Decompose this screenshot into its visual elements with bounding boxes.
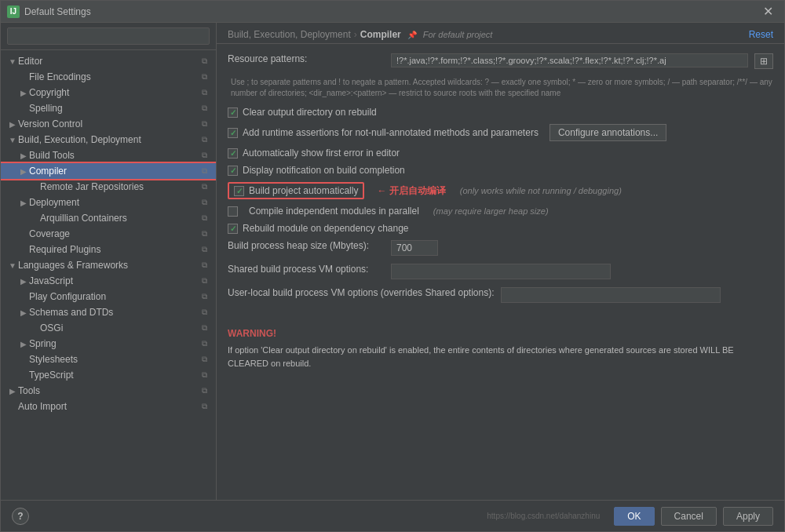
sidebar-item-spelling[interactable]: Spelling ⧉ (1, 100, 216, 116)
user-vm-input[interactable] (501, 287, 721, 303)
configure-annotations-button[interactable]: Configure annotations... (550, 124, 666, 141)
copy-icon: ⧉ (199, 275, 210, 286)
sidebar-item-label: Editor (18, 56, 195, 67)
sidebar-item-label: Build Tools (29, 150, 195, 161)
leaf-arrow (18, 370, 29, 381)
sidebar-item-build-execution-deployment[interactable]: Build, Execution, Deployment ⧉ (1, 132, 216, 148)
sidebar-item-tools[interactable]: Tools ⧉ (1, 383, 216, 399)
copy-icon: ⧉ (199, 354, 210, 365)
expand-arrow-lf (7, 260, 18, 271)
bottom-bar: ? https://blog.csdn.net/dahanzhinu OK Ca… (1, 500, 784, 531)
sidebar-item-remote-jar[interactable]: Remote Jar Repositories ⧉ (1, 179, 216, 195)
resource-patterns-input[interactable] (391, 53, 748, 67)
build-automatically-checkbox[interactable] (234, 186, 244, 196)
copy-icon: ⧉ (199, 213, 210, 224)
sidebar-item-auto-import[interactable]: Auto Import ⧉ (1, 399, 216, 414)
heap-size-input[interactable] (391, 240, 438, 256)
sidebar-item-label: Tools (18, 385, 195, 396)
help-button[interactable]: ? (12, 508, 29, 525)
expand-arrow-bt (18, 150, 29, 161)
bottom-right: https://blog.csdn.net/dahanzhinu OK Canc… (487, 507, 773, 526)
notification-build-checkbox[interactable] (228, 166, 238, 176)
reset-link[interactable]: Reset (749, 29, 773, 40)
sidebar-item-label: Version Control (18, 118, 195, 129)
sidebar-item-build-tools[interactable]: Build Tools ⧉ (1, 148, 216, 163)
copy-icon: ⧉ (199, 118, 210, 129)
shared-vm-input[interactable] (391, 264, 611, 279)
sidebar-item-required-plugins[interactable]: Required Plugins ⧉ (1, 242, 216, 257)
apply-button[interactable]: Apply (723, 507, 773, 526)
cancel-button[interactable]: Cancel (661, 507, 717, 526)
sidebar-item-play-configuration[interactable]: Play Configuration ⧉ (1, 289, 216, 304)
notification-build-row: Display notification on build completion (228, 165, 773, 176)
heap-size-label: Build process heap size (Mbytes): (228, 240, 385, 251)
rebuild-on-dependency-label: Rebuild module on dependency change (243, 223, 409, 234)
close-button[interactable]: ✕ (758, 4, 778, 20)
sidebar-item-label: Spelling (29, 103, 195, 114)
leaf-arrow (7, 401, 18, 412)
watermark-text: https://blog.csdn.net/dahanzhinu (487, 512, 600, 520)
show-first-error-checkbox[interactable] (228, 148, 238, 159)
copy-icon: ⧉ (199, 150, 210, 161)
leaf-arrow (18, 103, 29, 114)
warning-text: If option 'Clear output directory on reb… (228, 344, 773, 370)
sidebar-item-stylesheets[interactable]: Stylesheets ⧉ (1, 352, 216, 367)
breadcrumb-separator: › (354, 29, 357, 40)
sidebar: Editor ⧉ File Encodings ⧉ Copyright ⧉ Sp… (1, 23, 217, 500)
leaf-arrow (18, 291, 29, 302)
user-vm-label: User-local build process VM options (ove… (228, 287, 495, 298)
sidebar-item-coverage[interactable]: Coverage ⧉ (1, 226, 216, 242)
runtime-assertions-checkbox[interactable] (228, 128, 238, 138)
sidebar-item-label: Auto Import (18, 401, 195, 412)
resource-patterns-label: Resource patterns: (228, 53, 385, 64)
sidebar-item-label: JavaScript (29, 275, 195, 286)
sidebar-item-spring[interactable]: Spring ⧉ (1, 336, 216, 352)
resource-patterns-browse-button[interactable]: ⊞ (754, 53, 773, 69)
sidebar-item-label: Build, Execution, Deployment (18, 134, 195, 145)
copy-icon: ⧉ (199, 71, 210, 82)
breadcrumb: Build, Execution, Deployment › Compiler … (228, 29, 492, 40)
copy-icon: ⧉ (199, 181, 210, 192)
resource-patterns-row: Resource patterns: ⊞ (228, 53, 773, 69)
sidebar-item-version-control[interactable]: Version Control ⧉ (1, 116, 216, 132)
rebuild-on-dependency-checkbox[interactable] (228, 224, 238, 234)
copy-icon: ⧉ (199, 166, 210, 177)
copy-icon: ⧉ (199, 385, 210, 396)
main-window: IJ Default Settings ✕ Editor ⧉ File Enco… (0, 0, 785, 532)
content-area: Editor ⧉ File Encodings ⧉ Copyright ⧉ Sp… (1, 23, 784, 500)
expand-arrow-compiler (18, 166, 29, 177)
runtime-assertions-label: Add runtime assertions for not-null-anno… (243, 127, 539, 138)
sidebar-item-typescript[interactable]: TypeScript ⧉ (1, 367, 216, 383)
sidebar-item-schemas-dtds[interactable]: Schemas and DTDs ⧉ (1, 304, 216, 320)
sidebar-item-file-encodings[interactable]: File Encodings ⧉ (1, 69, 216, 85)
sidebar-item-label: TypeScript (29, 370, 195, 381)
copy-icon: ⧉ (199, 291, 210, 302)
sidebar-item-compiler[interactable]: Compiler ⧉ (1, 163, 216, 179)
sidebar-item-javascript[interactable]: JavaScript ⧉ (1, 273, 216, 289)
sidebar-item-editor[interactable]: Editor ⧉ (1, 53, 216, 69)
expand-arrow-js (18, 275, 29, 286)
sidebar-item-arquillian[interactable]: Arquillian Containers ⧉ (1, 210, 216, 226)
sidebar-item-languages-frameworks[interactable]: Languages & Frameworks ⧉ (1, 257, 216, 273)
panel-header: Build, Execution, Deployment › Compiler … (217, 23, 784, 44)
sidebar-item-copyright[interactable]: Copyright ⧉ (1, 85, 216, 100)
search-input[interactable] (7, 27, 210, 45)
clear-output-checkbox[interactable] (228, 107, 238, 118)
sidebar-item-deployment[interactable]: Deployment ⧉ (1, 195, 216, 210)
sidebar-item-osgi[interactable]: OSGi ⧉ (1, 320, 216, 336)
copy-icon: ⧉ (199, 370, 210, 381)
ok-button[interactable]: OK (614, 507, 654, 526)
compile-parallel-checkbox[interactable] (228, 206, 238, 217)
search-bar (1, 23, 216, 50)
sidebar-item-label: Required Plugins (29, 244, 195, 255)
clear-output-row: Clear output directory on rebuild (228, 107, 773, 118)
expand-arrow-deployment (18, 197, 29, 208)
user-vm-row: User-local build process VM options (ove… (228, 287, 773, 303)
window-title: Default Settings (24, 6, 91, 17)
leaf-arrow (18, 244, 29, 255)
leaf-arrow (18, 228, 29, 239)
sidebar-tree: Editor ⧉ File Encodings ⧉ Copyright ⧉ Sp… (1, 50, 216, 500)
expand-arrow-vc (7, 118, 18, 129)
resource-patterns-help: Use ; to separate patterns and ! to nega… (228, 77, 773, 99)
app-icon: IJ (7, 5, 20, 18)
